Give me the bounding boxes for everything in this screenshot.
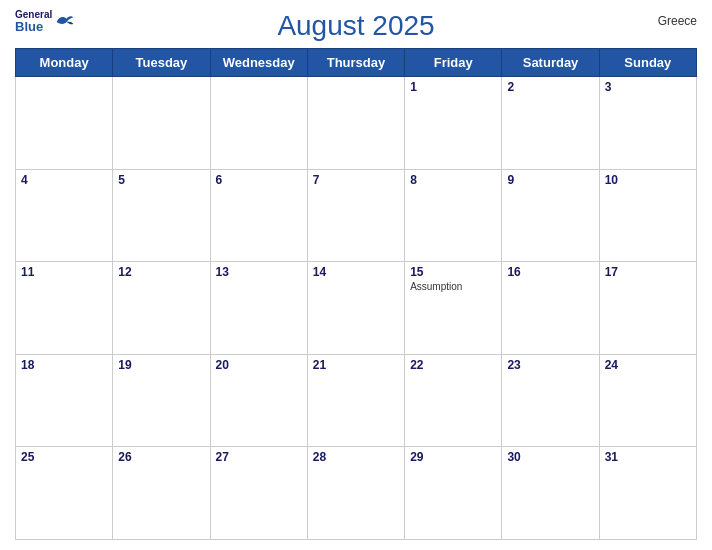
day-number: 19 [118, 358, 204, 372]
weekday-header-thursday: Thursday [307, 49, 404, 77]
week-row-2: 45678910 [16, 169, 697, 262]
calendar-cell: 30 [502, 447, 599, 540]
day-number: 2 [507, 80, 593, 94]
day-number: 3 [605, 80, 691, 94]
weekday-header-wednesday: Wednesday [210, 49, 307, 77]
calendar-cell: 19 [113, 354, 210, 447]
week-row-3: 1112131415Assumption1617 [16, 262, 697, 355]
day-number: 26 [118, 450, 204, 464]
logo-bird-icon [55, 15, 75, 29]
day-number: 25 [21, 450, 107, 464]
day-number: 6 [216, 173, 302, 187]
day-number: 23 [507, 358, 593, 372]
calendar-cell: 20 [210, 354, 307, 447]
calendar-cell [16, 77, 113, 170]
day-number: 4 [21, 173, 107, 187]
day-number: 11 [21, 265, 107, 279]
day-number: 16 [507, 265, 593, 279]
calendar-cell: 16 [502, 262, 599, 355]
calendar-cell: 2 [502, 77, 599, 170]
calendar-cell: 11 [16, 262, 113, 355]
day-number: 14 [313, 265, 399, 279]
calendar-header: General Blue August 2025 Greece [15, 10, 697, 42]
weekday-header-friday: Friday [405, 49, 502, 77]
calendar-cell: 28 [307, 447, 404, 540]
calendar-cell: 9 [502, 169, 599, 262]
calendar-cell: 26 [113, 447, 210, 540]
day-number: 5 [118, 173, 204, 187]
calendar-cell: 22 [405, 354, 502, 447]
calendar-cell: 18 [16, 354, 113, 447]
day-number: 12 [118, 265, 204, 279]
day-number: 8 [410, 173, 496, 187]
logo: General Blue [15, 10, 75, 33]
week-row-1: 123 [16, 77, 697, 170]
day-number: 18 [21, 358, 107, 372]
weekday-header-tuesday: Tuesday [113, 49, 210, 77]
day-number: 27 [216, 450, 302, 464]
calendar-cell: 27 [210, 447, 307, 540]
calendar-table: MondayTuesdayWednesdayThursdayFridaySatu… [15, 48, 697, 540]
calendar-cell: 23 [502, 354, 599, 447]
calendar-cell: 6 [210, 169, 307, 262]
logo-blue: Blue [15, 20, 52, 33]
day-number: 22 [410, 358, 496, 372]
calendar-cell: 14 [307, 262, 404, 355]
day-number: 9 [507, 173, 593, 187]
day-number: 30 [507, 450, 593, 464]
day-number: 20 [216, 358, 302, 372]
calendar-cell: 1 [405, 77, 502, 170]
calendar-cell [113, 77, 210, 170]
calendar-cell [307, 77, 404, 170]
day-number: 31 [605, 450, 691, 464]
event-label: Assumption [410, 281, 496, 292]
weekday-header-monday: Monday [16, 49, 113, 77]
weekday-header-row: MondayTuesdayWednesdayThursdayFridaySatu… [16, 49, 697, 77]
day-number: 7 [313, 173, 399, 187]
weekday-header-sunday: Sunday [599, 49, 696, 77]
calendar-cell: 3 [599, 77, 696, 170]
day-number: 15 [410, 265, 496, 279]
day-number: 24 [605, 358, 691, 372]
calendar-cell: 8 [405, 169, 502, 262]
calendar-cell: 10 [599, 169, 696, 262]
day-number: 1 [410, 80, 496, 94]
calendar-cell: 31 [599, 447, 696, 540]
calendar-cell [210, 77, 307, 170]
calendar-cell: 17 [599, 262, 696, 355]
day-number: 17 [605, 265, 691, 279]
month-title: August 2025 [277, 10, 434, 42]
calendar-cell: 15Assumption [405, 262, 502, 355]
day-number: 13 [216, 265, 302, 279]
day-number: 29 [410, 450, 496, 464]
calendar-cell: 25 [16, 447, 113, 540]
calendar-cell: 29 [405, 447, 502, 540]
calendar-cell: 7 [307, 169, 404, 262]
weekday-header-saturday: Saturday [502, 49, 599, 77]
calendar-cell: 24 [599, 354, 696, 447]
week-row-5: 25262728293031 [16, 447, 697, 540]
day-number: 21 [313, 358, 399, 372]
day-number: 28 [313, 450, 399, 464]
calendar-cell: 5 [113, 169, 210, 262]
country-label: Greece [658, 14, 697, 28]
calendar-cell: 4 [16, 169, 113, 262]
calendar-cell: 21 [307, 354, 404, 447]
calendar-cell: 12 [113, 262, 210, 355]
day-number: 10 [605, 173, 691, 187]
week-row-4: 18192021222324 [16, 354, 697, 447]
calendar-cell: 13 [210, 262, 307, 355]
